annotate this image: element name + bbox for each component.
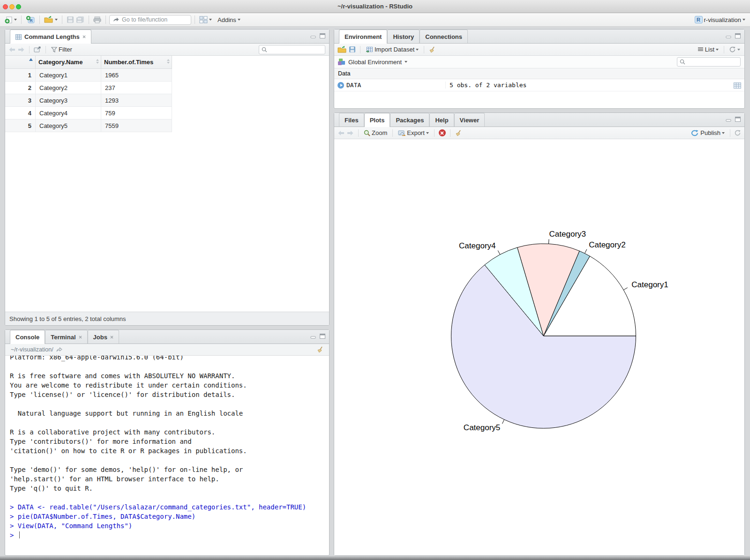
import-dataset-label: Import Dataset — [375, 46, 414, 53]
zoom-plot-button[interactable]: Zoom — [363, 128, 388, 137]
console-cursor[interactable] — [19, 531, 20, 538]
next-plot-icon[interactable] — [347, 130, 354, 136]
environment-object-row[interactable]: DATA 5 obs. of 2 variables — [334, 79, 744, 91]
maximize-pane-icon[interactable] — [735, 117, 741, 122]
table-row[interactable]: 1Category11965 — [5, 69, 172, 82]
minimize-pane-icon[interactable] — [310, 34, 316, 38]
maximize-pane-icon[interactable] — [320, 334, 325, 339]
table-cell: 759 — [101, 107, 172, 119]
table-row[interactable]: 4Category4759 — [5, 107, 172, 119]
tab-jobs[interactable]: Jobs — [88, 330, 119, 343]
column-header[interactable]: Category.Name — [36, 56, 101, 68]
table-header-row: Category.Name Number.of.Times — [5, 56, 172, 69]
import-dataset-button[interactable]: Import Dataset — [365, 45, 420, 54]
close-icon[interactable] — [110, 336, 113, 339]
table-row[interactable]: 3Category31293 — [5, 94, 172, 107]
tab-connections[interactable]: Connections — [420, 30, 468, 43]
addins-button[interactable]: Addins — [217, 15, 241, 24]
data-grid-icon — [15, 34, 22, 40]
tab-help[interactable]: Help — [429, 113, 454, 127]
refresh-plot-icon[interactable] — [735, 130, 741, 136]
load-workspace-icon[interactable] — [338, 46, 346, 53]
environment-scope-label[interactable]: Global Environment — [348, 59, 402, 66]
save-all-button[interactable] — [75, 15, 85, 24]
minimize-pane-icon[interactable] — [726, 34, 732, 38]
remove-plot-icon[interactable] — [439, 129, 446, 136]
table-search-input[interactable] — [269, 46, 316, 53]
table-cell: Category1 — [36, 69, 101, 81]
data-viewer-pane: Command Lengths Filter Category.Name Num… — [5, 29, 330, 326]
print-button[interactable] — [92, 15, 102, 24]
project-caret-icon — [742, 19, 745, 21]
console-pane: Console Terminal Jobs ~/r-visualization/… — [5, 329, 330, 556]
minimize-pane-icon[interactable] — [310, 334, 316, 339]
console-output-line — [10, 418, 329, 427]
table-row[interactable]: 2Category2237 — [5, 82, 172, 94]
tab-history[interactable]: History — [387, 30, 420, 43]
view-data-icon[interactable] — [734, 82, 741, 89]
pane-layout-caret-icon — [209, 19, 212, 21]
close-icon[interactable] — [79, 336, 82, 339]
list-view-button[interactable]: List — [697, 45, 720, 54]
filter-button[interactable]: Filter — [50, 45, 73, 54]
back-icon[interactable] — [8, 47, 15, 52]
expand-object-icon[interactable] — [338, 82, 344, 89]
tab-environment[interactable]: Environment — [339, 30, 387, 44]
goto-file-box[interactable] — [109, 15, 191, 25]
publish-button[interactable]: Publish — [690, 128, 726, 137]
console-output-area[interactable]: Platform: x86_64-apple-darwin15.6.0 (64-… — [5, 356, 329, 555]
tab-command-lengths[interactable]: Command Lengths — [10, 30, 91, 44]
tab-label: Command Lengths — [24, 33, 80, 40]
row-number-cell: 1 — [5, 69, 36, 81]
row-number-header[interactable] — [5, 56, 36, 68]
refresh-environment-button[interactable] — [728, 45, 741, 53]
goto-directory-icon[interactable] — [56, 347, 62, 352]
row-number-cell: 2 — [5, 82, 36, 94]
export-plot-button[interactable]: Export — [397, 128, 430, 137]
data-viewer-toolbar: Filter — [5, 44, 329, 56]
pane-layout-button[interactable] — [198, 15, 213, 24]
tab-plots[interactable]: Plots — [364, 113, 390, 127]
maximize-pane-icon[interactable] — [735, 33, 741, 38]
publish-caret-icon — [722, 132, 725, 134]
save-workspace-icon[interactable] — [349, 46, 356, 53]
project-menu-button[interactable]: R r-visualization — [694, 15, 746, 24]
environment-search-box[interactable] — [677, 57, 741, 67]
tab-files[interactable]: Files — [339, 113, 364, 127]
console-output-line: R is a collaborative project with many c… — [10, 427, 329, 437]
open-file-button[interactable] — [43, 15, 59, 24]
environment-section-header: Data — [334, 68, 744, 79]
environment-search-input[interactable] — [687, 59, 734, 65]
console-output-line: R is free software and comes with ABSOLU… — [10, 371, 329, 381]
table-status-bar: Showing 1 to 5 of 5 entries, 2 total col… — [5, 312, 329, 325]
scope-caret-icon[interactable] — [405, 61, 407, 63]
new-file-button[interactable] — [4, 15, 18, 25]
addins-label: Addins — [218, 16, 236, 23]
maximize-pane-icon[interactable] — [320, 33, 325, 38]
previous-plot-icon[interactable] — [338, 130, 345, 136]
goto-file-input[interactable] — [122, 16, 183, 23]
zoom-label: Zoom — [372, 129, 387, 136]
tab-viewer[interactable]: Viewer — [454, 113, 485, 127]
save-button[interactable] — [66, 15, 75, 24]
clear-console-icon[interactable] — [316, 346, 323, 353]
popout-icon[interactable] — [34, 46, 41, 52]
tab-packages[interactable]: Packages — [390, 113, 429, 127]
tab-terminal[interactable]: Terminal — [45, 330, 87, 343]
table-search-box[interactable] — [259, 45, 325, 54]
save-all-icon — [76, 16, 84, 23]
pie-slice-label: Category3 — [549, 230, 586, 239]
new-project-button[interactable]: R — [25, 15, 36, 25]
table-row[interactable]: 5Category57559 — [5, 119, 172, 132]
minimize-pane-icon[interactable] — [726, 117, 732, 122]
clear-environment-icon[interactable] — [428, 46, 435, 53]
table-cell: 1293 — [101, 94, 172, 106]
environment-tabstrip: Environment History Connections — [334, 30, 744, 44]
column-header[interactable]: Number.of.Times — [101, 56, 172, 68]
close-icon[interactable] — [82, 35, 86, 38]
console-output-line: Platform: x86_64-apple-darwin15.6.0 (64-… — [10, 356, 329, 362]
clear-plots-icon[interactable] — [455, 130, 462, 136]
forward-icon[interactable] — [18, 47, 25, 52]
export-icon — [398, 130, 405, 136]
tab-console[interactable]: Console — [10, 330, 45, 344]
